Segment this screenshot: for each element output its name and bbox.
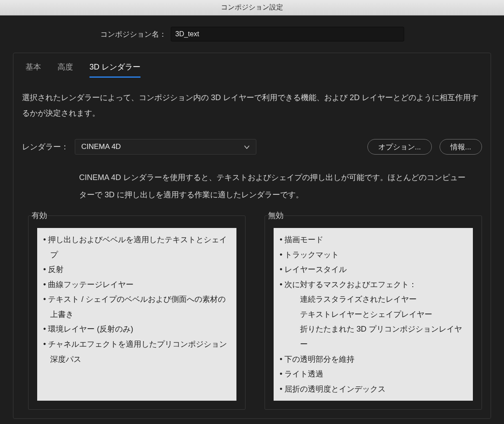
feature-columns: 有効 押し出しおよびベベルを適用したテキストとシェイプ反射曲線フッテージレイヤー… [22, 213, 482, 410]
enabled-column: 有効 押し出しおよびベベルを適用したテキストとシェイプ反射曲線フッテージレイヤー… [28, 215, 246, 410]
list-item: チャネルエフェクトを適用したプリコンポジション深度パス [43, 337, 230, 367]
enabled-label: 有効 [30, 210, 49, 221]
list-item: レイヤースタイル [280, 262, 467, 277]
list-subitem: 連続ラスタライズされたレイヤー [280, 292, 467, 307]
renderer-label: レンダラー： [22, 142, 69, 152]
options-button[interactable]: オプション... [367, 139, 432, 155]
renderer-dropdown[interactable]: CINEMA 4D [75, 139, 256, 155]
window-titlebar: コンポジション設定 [0, 0, 504, 16]
list-item: 描画モード [280, 232, 467, 247]
disabled-feature-list: 描画モードトラックマットレイヤースタイル次に対するマスクおよびエフェクト：連続ラ… [274, 228, 473, 401]
list-item: 環境レイヤー (反射のみ) [43, 322, 230, 337]
tab-bar: 基本 高度 3D レンダラー [22, 53, 482, 78]
list-item: 下の透明部分を維持 [280, 352, 467, 367]
tab-3d-renderer[interactable]: 3D レンダラー [89, 62, 140, 78]
chevron-down-icon [244, 144, 250, 150]
tab-basic[interactable]: 基本 [26, 62, 41, 78]
list-subitem: テキストレイヤーとシェイプレイヤー [280, 307, 467, 322]
list-item: テキスト / シェイプのベベルおよび側面への素材の上書き [43, 292, 230, 322]
window-title: コンポジション設定 [221, 3, 283, 12]
renderer-buttons: オプション... 情報... [367, 139, 482, 155]
renderer-row: レンダラー： CINEMA 4D オプション... 情報... [22, 125, 482, 160]
tab-advanced[interactable]: 高度 [57, 62, 73, 78]
list-item: 押し出しおよびベベルを適用したテキストとシェイプ [43, 232, 230, 262]
enabled-feature-list: 押し出しおよびベベルを適用したテキストとシェイプ反射曲線フッテージレイヤーテキス… [37, 228, 236, 401]
list-subitem: 折りたたまれた 3D プリコンポジションレイヤー [280, 322, 467, 351]
composition-name-label: コンポジション名： [100, 29, 166, 39]
list-item: 屈折の透明度とインデックス [280, 382, 467, 397]
composition-name-row: コンポジション名： [0, 27, 504, 41]
renderer-specific-description: CINEMA 4D レンダラーを使用すると、テキストおよびシェイプの押し出しが可… [22, 160, 482, 213]
renderer-selected-value: CINEMA 4D [81, 142, 121, 151]
info-button[interactable]: 情報... [440, 139, 482, 155]
list-item: トラックマット [280, 247, 467, 263]
dialog-content: コンポジション名： 基本 高度 3D レンダラー 選択されたレンダラーによって、… [0, 16, 504, 419]
renderer-general-description: 選択されたレンダラーによって、コンポジション内の 3D レイヤーで利用できる機能… [22, 78, 482, 125]
list-item: ライト透過 [280, 367, 467, 382]
disabled-frame: 描画モードトラックマットレイヤースタイル次に対するマスクおよびエフェクト：連続ラ… [265, 215, 482, 410]
list-item: 次に対するマスクおよびエフェクト： [280, 277, 467, 292]
list-item: 反射 [43, 262, 230, 277]
disabled-label: 無効 [266, 210, 285, 221]
disabled-column: 無効 描画モードトラックマットレイヤースタイル次に対するマスクおよびエフェクト：… [265, 215, 482, 410]
enabled-frame: 押し出しおよびベベルを適用したテキストとシェイプ反射曲線フッテージレイヤーテキス… [28, 215, 246, 410]
list-item: 曲線フッテージレイヤー [43, 277, 230, 292]
composition-name-input[interactable] [171, 27, 404, 41]
settings-panel: 基本 高度 3D レンダラー 選択されたレンダラーによって、コンポジション内の … [13, 53, 491, 419]
